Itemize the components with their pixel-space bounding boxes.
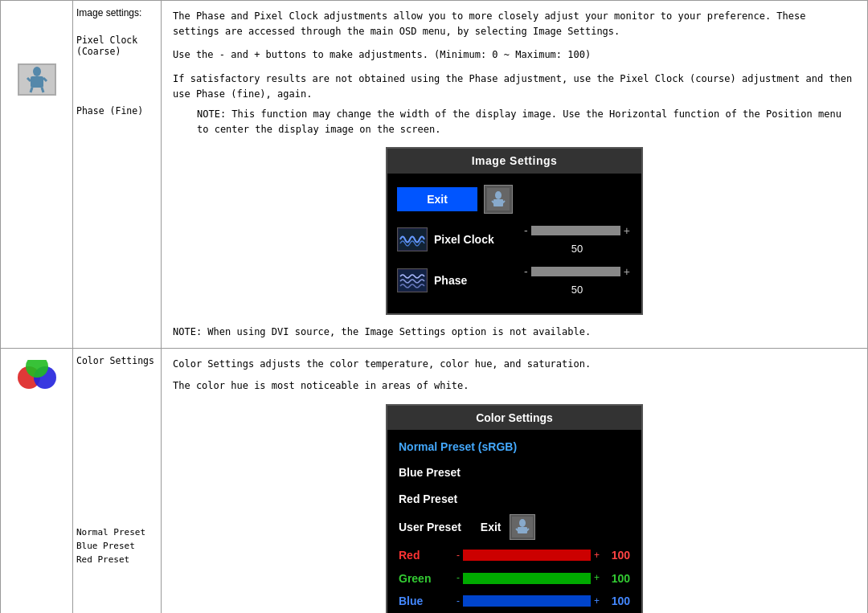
red-value: 100 xyxy=(601,546,630,564)
svg-point-8 xyxy=(495,191,502,199)
osd-exit-button[interactable]: Exit xyxy=(397,187,477,211)
green-plus-btn[interactable]: + xyxy=(592,570,601,586)
note-dvi: NOTE: When using DVI source, the Image S… xyxy=(173,325,856,340)
osd-user-preset[interactable]: User Preset xyxy=(399,517,461,537)
osd-phase-label: Phase xyxy=(434,272,522,289)
svg-point-18 xyxy=(519,519,526,527)
osd-pixel-clock-label: Pixel Clock xyxy=(434,231,522,248)
blue-bar xyxy=(463,595,591,607)
phase-plus[interactable]: + xyxy=(622,263,632,280)
svg-rect-9 xyxy=(493,199,503,206)
blue-plus-btn[interactable]: + xyxy=(592,594,601,609)
phase-minus[interactable]: - xyxy=(522,263,530,280)
image-settings-osd: Image Settings Exit xyxy=(386,147,643,315)
green-bar xyxy=(463,573,591,584)
color-settings-desc2: The color hue is most noticeable in area… xyxy=(173,378,856,394)
color-settings-label: Color Settings xyxy=(76,355,158,366)
red-bar xyxy=(463,550,591,561)
osd-blue-preset[interactable]: Blue Preset xyxy=(399,462,630,483)
color-settings-desc1: Color Settings adjusts the color tempera… xyxy=(173,357,856,372)
phase-fine-label: Phase (Fine) xyxy=(76,105,158,116)
red-preset-label-side: Red Preset xyxy=(76,554,158,565)
svg-rect-12 xyxy=(399,229,426,250)
image-settings-label: Image settings: xyxy=(76,7,158,18)
osd-phase-icon xyxy=(397,268,428,292)
osd-green-label: Green xyxy=(399,570,455,587)
blue-minus-btn[interactable]: - xyxy=(455,594,461,609)
blue-preset-label-side: Blue Preset xyxy=(76,541,158,551)
normal-preset-label-side: Normal Preset xyxy=(76,527,158,537)
osd-blue-label: Blue xyxy=(399,592,455,610)
svg-rect-2 xyxy=(31,76,43,88)
phase-value: 50 xyxy=(571,282,583,299)
red-plus-btn[interactable]: + xyxy=(592,548,601,563)
red-minus-btn[interactable]: - xyxy=(455,548,461,563)
pixel-clock-label: Pixel Clock (Coarse) xyxy=(76,35,158,57)
pixel-clock-desc: Use the - and + buttons to make adjustme… xyxy=(173,47,856,63)
svg-point-1 xyxy=(33,67,41,76)
svg-rect-13 xyxy=(399,270,426,291)
pixel-clock-minus[interactable]: - xyxy=(522,222,530,239)
blue-value: 100 xyxy=(601,592,630,610)
color-settings-icon xyxy=(9,360,64,396)
osd-exit-icon xyxy=(484,185,513,214)
osd-red-label: Red xyxy=(399,546,455,564)
green-minus-btn[interactable]: - xyxy=(455,570,461,586)
green-value: 100 xyxy=(601,570,630,587)
svg-line-5 xyxy=(31,88,32,92)
image-settings-desc1: The Phase and Pixel Clock adjustments al… xyxy=(173,9,856,39)
phase-desc: If satisfactory results are not obtained… xyxy=(173,72,856,102)
osd-red-preset[interactable]: Red Preset xyxy=(399,488,630,509)
osd-color-title: Color Settings xyxy=(387,406,641,430)
osd-color-exit-icon xyxy=(510,514,535,540)
osd-pixel-clock-icon xyxy=(397,227,428,251)
pixel-clock-value: 50 xyxy=(571,241,583,258)
phase-fine-icon xyxy=(18,63,56,96)
osd-image-settings-title: Image Settings xyxy=(387,149,641,173)
svg-line-6 xyxy=(42,88,43,92)
svg-rect-19 xyxy=(518,527,527,533)
color-settings-osd: Color Settings Normal Preset (sRGB) Blue… xyxy=(386,404,643,613)
osd-normal-preset[interactable]: Normal Preset (sRGB) xyxy=(399,436,630,457)
osd-color-exit[interactable]: Exit xyxy=(481,518,502,536)
note-width: NOTE: This function may change the width… xyxy=(197,107,856,137)
pixel-clock-plus[interactable]: + xyxy=(622,222,632,239)
